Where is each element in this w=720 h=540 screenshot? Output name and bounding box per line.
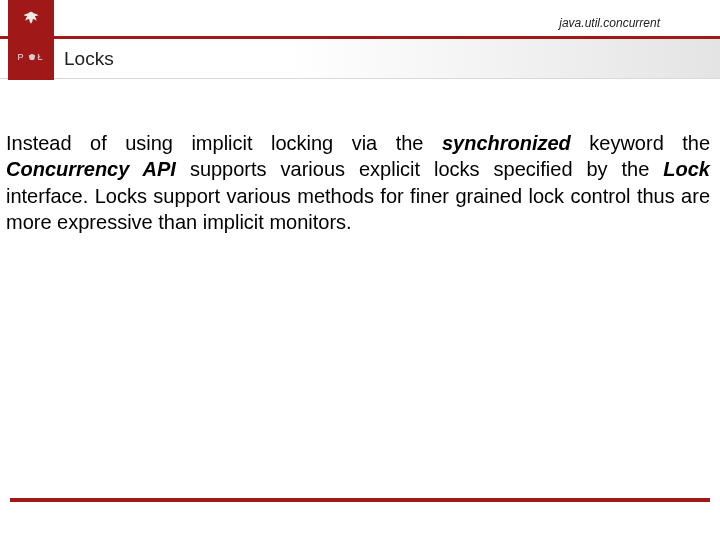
- term-lock: Lock: [663, 158, 710, 180]
- keyword-synchronized: synchronized: [442, 132, 571, 154]
- slide-root: java.util.concurrent P Ł Locks Instead o…: [0, 0, 720, 540]
- body-text-3: supports various explicit locks specifie…: [176, 158, 663, 180]
- brand-letters: P Ł: [17, 52, 44, 62]
- body-text-2: keyword the: [571, 132, 710, 154]
- body-text-4: interface. Locks support various methods…: [6, 185, 710, 233]
- body-paragraph: Instead of using implicit locking via th…: [6, 130, 710, 236]
- shield-icon: [28, 53, 36, 61]
- slide-title: Locks: [64, 48, 114, 70]
- body-text-1: Instead of using implicit locking via th…: [6, 132, 442, 154]
- footer-divider: [10, 498, 710, 502]
- brand-letter-right: Ł: [38, 52, 45, 62]
- eagle-icon: [17, 6, 45, 34]
- term-concurrency-api: Concurrency API: [6, 158, 176, 180]
- brand-logo-box: P Ł: [8, 0, 54, 80]
- brand-letter-left: P: [17, 52, 25, 62]
- header-package-label: java.util.concurrent: [559, 16, 660, 30]
